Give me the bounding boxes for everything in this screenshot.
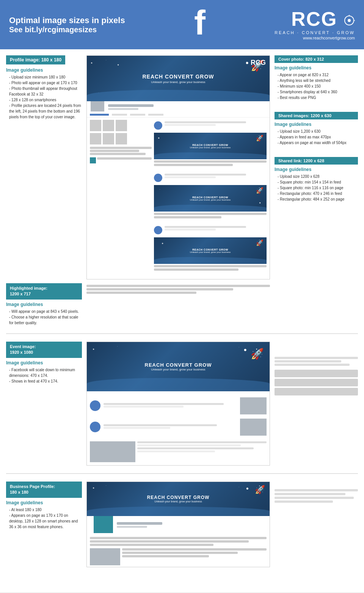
photo-grid-6 bbox=[116, 133, 127, 144]
bp-feed-line-3 bbox=[90, 544, 213, 546]
cta-line bbox=[97, 157, 152, 160]
event-large-thumb bbox=[90, 441, 135, 462]
cover-guideline-4: Smartphones display at 640 x 360 bbox=[275, 89, 358, 95]
event-right-lines bbox=[137, 441, 267, 462]
biz-right-line-4 bbox=[275, 500, 333, 503]
bottom-padding bbox=[6, 575, 358, 586]
event-mockup: ★ · · ● REACH CONVERT GROW Unleash your … bbox=[86, 342, 270, 466]
main-content: Profile image: 180 x 180 Image guideline… bbox=[0, 49, 364, 592]
post-2: · ★ REACH CONVERT GROW Unleash your bran… bbox=[154, 172, 267, 221]
event-right-content bbox=[275, 357, 358, 395]
photo-grid-row2 bbox=[90, 133, 152, 144]
feed-avatar-2 bbox=[90, 422, 100, 432]
rcg-logo-area: RCG REACH · CONVERT · GROW www.reachconv… bbox=[275, 9, 355, 40]
event-feed-row-2 bbox=[90, 419, 267, 436]
business-guidelines: At least 180 x 180 Appears on page as 17… bbox=[6, 507, 82, 530]
post-2-time bbox=[165, 176, 215, 178]
cover-guideline-3: Minimum size 400 x 150 bbox=[275, 83, 358, 89]
mockup-rcg-logo: RCG bbox=[251, 59, 266, 67]
post-1-meta bbox=[165, 121, 267, 130]
photo-grid-3 bbox=[116, 120, 127, 131]
event-right-panel bbox=[275, 342, 358, 397]
shared-link-block: Shared link: 1200 x 628 Image guidelines… bbox=[275, 157, 358, 202]
event-brand: REACH CONVERT GROW Unleash your brand, g… bbox=[145, 362, 212, 371]
fb-content-columns: ★ · REACH CONVERT GROW Unleash your bran… bbox=[87, 118, 270, 279]
cover-brand-text: REACH CONVERT GROW Unleash your brand, g… bbox=[142, 74, 214, 84]
post-3-brand: REACH CONVERT GROW Unleash your brand, g… bbox=[190, 248, 231, 253]
cloud-1 bbox=[154, 152, 267, 159]
event-line-1 bbox=[137, 441, 267, 443]
event-right-tall-2 bbox=[275, 379, 358, 386]
fb-main-feed: ★ · REACH CONVERT GROW Unleash your bran… bbox=[154, 120, 267, 277]
event-left-panel: Event image: 1920 x 1080 Image guideline… bbox=[6, 342, 82, 384]
bp-text-1 bbox=[122, 548, 267, 551]
post-2-header bbox=[154, 172, 267, 184]
highlighted-guidelines: Will appear on page at 843 x 540 pixels.… bbox=[6, 309, 82, 326]
link-guideline-5: Rectangular photo: 484 x 252 on page bbox=[275, 196, 358, 202]
highlighted-left: Highlighted image: 1200 x 717 Image guid… bbox=[6, 283, 82, 326]
bp-feed-row bbox=[90, 548, 267, 565]
event-label: Event image: 1920 x 1080 bbox=[6, 342, 82, 358]
link-guideline-2: Square photo: min 154 x 154 in feed bbox=[275, 179, 358, 185]
extra-line-1 bbox=[86, 285, 270, 287]
feed-lines-1 bbox=[104, 403, 237, 408]
highlighted-label: Highlighted image: 1200 x 717 bbox=[6, 283, 82, 300]
profile-guideline-2: Photo will appear on page at 170 x 170 bbox=[6, 80, 82, 86]
rcg-logo: RCG bbox=[275, 9, 355, 29]
nav-item-active bbox=[90, 114, 109, 116]
cloud-3 bbox=[154, 257, 267, 264]
shared-link-guidelines: Upload size 1200 x 628 Square photo: min… bbox=[275, 174, 358, 202]
profile-guideline-3: Photo thumbnail will appear throughout F… bbox=[6, 86, 82, 97]
shared-images-guidelines: Upload size 1,200 x 630 Appears in feed … bbox=[275, 129, 358, 146]
nav-item-1 bbox=[112, 114, 127, 116]
post-3-text bbox=[154, 264, 267, 273]
post-3-time bbox=[165, 229, 215, 231]
page-header: Optimal image sizes in pixels See bit.ly… bbox=[0, 0, 364, 49]
post-3-header bbox=[154, 224, 267, 236]
facebook-icon: f bbox=[194, 6, 206, 40]
link-guideline-1: Upload size 1200 x 628 bbox=[275, 174, 358, 179]
bp-feed-thumb bbox=[90, 548, 120, 565]
post-3-avatar bbox=[154, 226, 162, 234]
event-right-line-3 bbox=[275, 364, 350, 366]
post-2-name bbox=[165, 174, 246, 176]
business-mockup: ★ · · ● REACH CONVERT GROW Unleash your … bbox=[86, 482, 270, 567]
nav-item-2 bbox=[130, 114, 145, 116]
highlighted-guideline-1: Will appear on page at 843 x 540 pixels. bbox=[6, 309, 82, 314]
highlighted-row: Highlighted image: 1200 x 717 Image guid… bbox=[6, 283, 358, 326]
post-2-line-2 bbox=[154, 216, 221, 218]
bp-feed-line-2 bbox=[90, 540, 249, 543]
event-cover: ★ · · ● REACH CONVERT GROW Unleash your … bbox=[87, 342, 270, 391]
post-3-image: ★ REACH CONVERT GROW Unleash your brand,… bbox=[154, 237, 267, 264]
extra-line-3 bbox=[86, 292, 196, 294]
feed-thumb-1 bbox=[240, 397, 267, 414]
profile-image-label: Profile image: 180 x 180 bbox=[6, 55, 65, 64]
bp-name-line bbox=[117, 522, 162, 525]
section-divider-1 bbox=[6, 333, 358, 334]
feed-avatar-1 bbox=[90, 400, 100, 411]
cover-guideline-1: Appear on page at 820 x 312 bbox=[275, 72, 358, 78]
feed-lines-2 bbox=[104, 424, 237, 430]
post-2-meta bbox=[165, 174, 267, 182]
feed-line-1a bbox=[104, 403, 224, 405]
sidebar-cta-text bbox=[97, 157, 152, 163]
header-title: Optimal image sizes in pixels See bit.ly… bbox=[9, 16, 125, 34]
section-event: Event image: 1920 x 1080 Image guideline… bbox=[6, 342, 358, 466]
profile-name-line bbox=[108, 104, 154, 107]
fb-nav-row bbox=[87, 114, 270, 118]
highlighted-center bbox=[86, 283, 270, 326]
business-guideline-2: Appears on page as 170 x 170 on desktop,… bbox=[6, 513, 82, 530]
shared-guideline-1: Upload size 1,200 x 630 bbox=[275, 129, 358, 134]
event-line-3 bbox=[137, 447, 254, 449]
post-extra-lines bbox=[86, 283, 270, 296]
post-1-avatar bbox=[154, 121, 162, 130]
post-1-brand: REACH CONVERT GROW Unleash your brand, g… bbox=[190, 144, 231, 149]
facebook-mockup-panel: ★ · ★ · · ● 🚀 REACH CONVERT GROW U bbox=[86, 55, 270, 279]
post-3-name bbox=[165, 226, 246, 228]
business-left-panel: Business Page Profile: 180 x 180 Image g… bbox=[6, 482, 82, 530]
event-guideline-2: Shows in feed at 470 x 174. bbox=[6, 378, 82, 384]
right-info-panel: Cover photo: 820 x 312 Image guidelines … bbox=[275, 55, 358, 206]
svg-point-1 bbox=[348, 19, 351, 22]
profile-guideline-5: Profile pictures are located 24 pixels f… bbox=[6, 103, 82, 120]
main-title-line2: See bit.ly/rcgimagesizes bbox=[9, 25, 125, 34]
